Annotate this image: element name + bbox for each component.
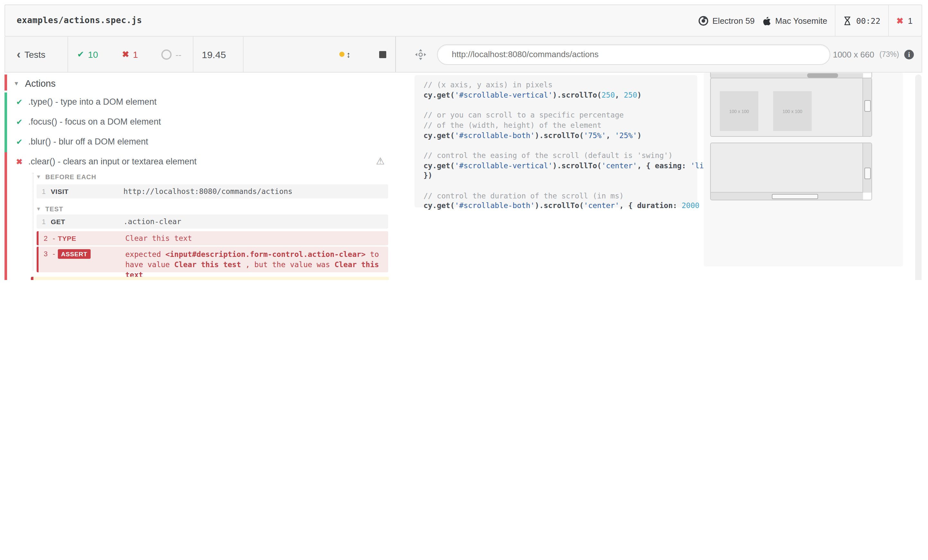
test-row[interactable]: ✔.focus() - focus on a DOM element <box>5 112 395 132</box>
fail-count: 1 <box>908 16 913 25</box>
command-c-num: 1 <box>42 218 51 225</box>
code-line <box>423 100 688 111</box>
horizontal-scrollbar-thumb[interactable] <box>807 73 838 78</box>
top-header: examples/actions.spec.js Electron 59 Mac… <box>5 5 922 37</box>
stop-button[interactable] <box>379 51 386 58</box>
check-icon: ✔ <box>15 97 24 106</box>
suite-title: Actions <box>25 78 56 88</box>
command-c-dash: - <box>53 234 58 242</box>
failed-count[interactable]: ✖ 1 <box>122 49 138 59</box>
square-label: 100 x 100 <box>783 109 802 113</box>
test-row[interactable]: ✔.blur() - blur off a DOM element <box>5 132 395 152</box>
collapse-triangle-icon: ▼ <box>14 80 19 87</box>
error-message-box[interactable]: CypressError: Timed out retrying: expect… <box>31 277 389 280</box>
reporter-panel: ▼ Actions ✔.type() - type into a DOM ele… <box>5 73 395 280</box>
passed-count-value: 10 <box>88 49 98 59</box>
scrollable-box-empty[interactable] <box>710 143 872 200</box>
check-icon: ✔ <box>77 49 84 59</box>
header-status-group: Electron 59 Mac Yosemite 00:22 ✖ 1 <box>698 5 913 36</box>
os-label: Mac Yosemite <box>775 16 827 25</box>
passed-count[interactable]: ✔ 10 <box>77 49 98 59</box>
scrollbar-corner <box>863 193 872 200</box>
command-c-name: TYPE <box>58 234 76 242</box>
viewport-scale: (73%) <box>879 50 899 58</box>
command-row-assert[interactable]: 3 - ASSERT expected <input#description.f… <box>37 247 388 272</box>
pending-count[interactable]: -- <box>161 49 182 59</box>
code-line <box>423 181 688 191</box>
command-dash: - <box>53 250 58 257</box>
selector-playground-icon[interactable] <box>415 49 426 60</box>
code-line: cy.get('#scrollable-both').scrollTo('75%… <box>423 131 688 141</box>
aut-toolbar: http://localhost:8080/commands/actions 1… <box>396 37 922 72</box>
hook-indent-line <box>33 173 34 270</box>
test-list-before: ✔.type() - type into a DOM element✔.focu… <box>5 92 395 172</box>
toolbar-divider <box>243 37 244 72</box>
fail-count-indicator[interactable]: ✖ 1 <box>896 16 913 25</box>
code-line: cy.get('#scrollable-both').scrollTo('cen… <box>423 201 688 211</box>
chevron-left-icon: ‹ <box>17 50 21 59</box>
timer-indicator: 00:22 <box>843 16 880 25</box>
square-label: 100 x 100 <box>729 109 749 113</box>
browser-label: Electron 59 <box>713 16 755 25</box>
toolbar-divider <box>67 37 68 72</box>
info-icon[interactable]: i <box>904 49 914 59</box>
test-row[interactable]: ✖.clear() - clears an input or textarea … <box>5 152 395 172</box>
hook-before-each-label: BEFORE EACH <box>45 173 96 181</box>
vertical-scrollbar-thumb[interactable] <box>864 167 871 179</box>
horizontal-scrollbar-track[interactable] <box>711 73 863 78</box>
test-title: .focus() - focus on a DOM element <box>28 117 161 126</box>
apple-icon <box>763 16 771 25</box>
header-divider <box>888 5 889 36</box>
url-text: http://localhost:8080/commands/actions <box>438 49 598 59</box>
scrollbar-corner <box>863 73 872 78</box>
command-c-name: GET <box>51 218 65 225</box>
vertical-scrollbar-thumb[interactable] <box>864 100 871 112</box>
command-message: http://localhost:8080/commands/actions <box>124 187 292 196</box>
test-title: .type() - type into a DOM element <box>28 97 157 107</box>
code-line: cy.get('#scrollable-vertical').scrollTo(… <box>423 161 688 171</box>
pending-count-value: -- <box>176 49 182 59</box>
browser-indicator[interactable]: Electron 59 <box>698 16 755 25</box>
command-c-num: 1 <box>42 187 51 195</box>
spec-file-name[interactable]: examples/actions.spec.js <box>17 5 142 36</box>
toolbar-divider <box>193 37 194 72</box>
collapse-triangle-icon: ▼ <box>36 174 41 180</box>
aut-scrollbar-track[interactable] <box>915 75 922 280</box>
check-icon: ✔ <box>15 117 24 126</box>
url-bar[interactable]: http://localhost:8080/commands/actions <box>437 44 830 64</box>
horizontal-scrollbar-thumb[interactable] <box>772 194 818 199</box>
timer-value: 00:22 <box>856 16 880 25</box>
os-indicator: Mac Yosemite <box>763 16 827 25</box>
scrollto-code-block: // (x axis, y axis) in pixelscy.get('#sc… <box>415 75 697 207</box>
suite-actions[interactable]: ▼ Actions <box>5 76 395 91</box>
assert-message: expected <input#description.form-control… <box>125 249 382 280</box>
x-icon: ✖ <box>15 157 24 166</box>
hook-test-label: TEST <box>45 205 63 213</box>
code-line: }) <box>423 171 688 181</box>
command-row-visit[interactable]: 1VISIThttp://localhost:8080/commands/act… <box>37 184 388 198</box>
test-title: .blur() - blur off a DOM element <box>28 137 148 146</box>
auto-scroll-toggle[interactable]: ↕ <box>339 49 351 59</box>
header-divider <box>835 5 835 36</box>
code-line <box>423 141 688 151</box>
command-row-type[interactable]: 2-TYPEClear this text <box>37 231 388 245</box>
hook-before-each[interactable]: ▼ BEFORE EACH <box>36 173 96 181</box>
warning-icon[interactable]: ⚠ <box>376 155 385 167</box>
command-message: .action-clear <box>124 217 181 226</box>
back-to-tests-button[interactable]: ‹ Tests <box>17 49 45 59</box>
x-icon: ✖ <box>122 49 129 59</box>
placeholder-square: 100 x 100 <box>720 91 759 131</box>
circle-icon <box>161 49 172 59</box>
command-message: Clear this text <box>125 234 192 243</box>
fail-x-icon: ✖ <box>896 16 904 25</box>
viewport-size: 1000 x 660 <box>833 49 875 59</box>
command-row-get[interactable]: 1GET.action-clear <box>37 215 388 228</box>
hook-test[interactable]: ▼ TEST <box>36 205 63 213</box>
app-window: examples/actions.spec.js Electron 59 Mac… <box>0 0 928 280</box>
test-title: .clear() - clears an input or textarea e… <box>28 157 197 166</box>
test-row[interactable]: ✔.type() - type into a DOM element <box>5 92 395 112</box>
back-to-tests-label: Tests <box>24 49 45 59</box>
code-line: // of the (width, height) of the element <box>423 121 688 131</box>
scrollable-box-squares[interactable]: 100 x 100 100 x 100 <box>710 78 872 137</box>
failed-count-value: 1 <box>133 49 138 59</box>
